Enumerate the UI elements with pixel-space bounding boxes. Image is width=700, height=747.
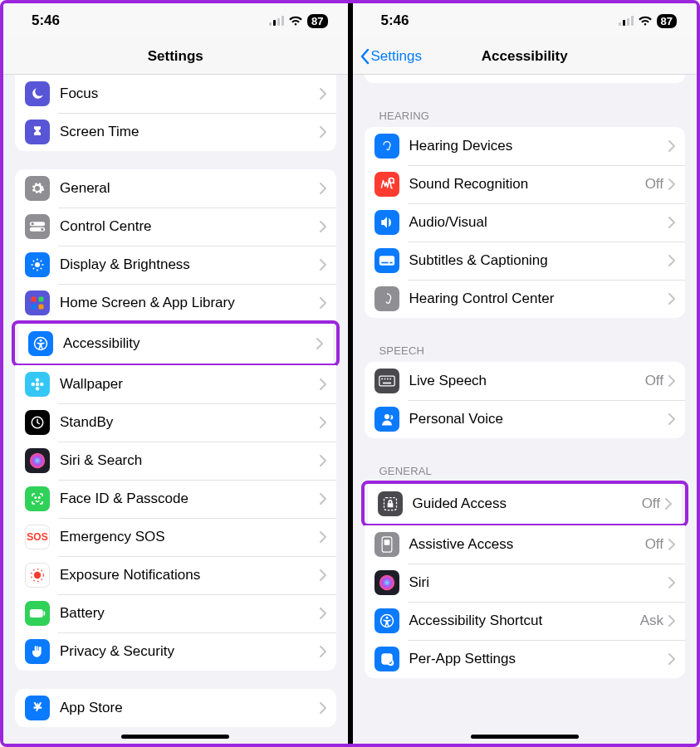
wifi-icon [638,16,653,26]
row-label: Battery [60,605,320,622]
settings-row-hearing-control-center[interactable]: Hearing Control Center [365,280,686,318]
row-label: Wallpaper [60,376,320,393]
svg-rect-0 [269,22,272,26]
row-label: Display & Brightness [60,256,320,273]
hand-icon [25,639,50,664]
settings-row-per-app-settings[interactable]: Per-App Settings [365,640,686,678]
svg-line-14 [41,268,42,270]
svg-rect-42 [379,256,394,266]
settings-row-home-screen-app-library[interactable]: Home Screen & App Library [15,284,336,322]
settings-row-exposure-notifications[interactable]: Exposure Notifications [15,556,336,594]
settings-row-focus[interactable]: Focus [15,75,336,113]
row-detail: Off [642,496,660,512]
settings-row-assistive-access[interactable]: Assistive AccessOff [365,525,686,564]
chevron-right-icon [316,338,323,349]
settings-row-general[interactable]: General [15,169,336,208]
settings-row-emergency-sos[interactable]: SOSEmergency SOS [15,518,336,556]
group-general-rest: Assistive AccessOffSiriAccessibility Sho… [365,525,686,678]
svg-point-26 [32,383,36,387]
svg-line-13 [33,261,35,262]
chevron-right-icon [320,126,326,138]
settings-group-focus: FocusScreen Time [15,75,336,151]
row-detail: Ask [640,613,663,629]
svg-point-31 [39,497,41,499]
partial-row-peek [365,75,686,83]
settings-row-wallpaper[interactable]: Wallpaper [15,365,336,403]
row-label: Exposure Notifications [60,567,320,583]
svg-line-41 [393,183,394,184]
chevron-right-icon [668,255,675,266]
row-label: Per-App Settings [409,651,669,667]
settings-row-live-speech[interactable]: Live SpeechOff [365,362,686,400]
row-detail: Off [645,536,663,553]
row-label: Sound Recognition [409,176,645,193]
settings-group-appstore: App Store [15,689,336,727]
siri-icon [25,448,50,473]
chevron-right-icon [668,375,675,387]
settings-row-display-brightness[interactable]: Display & Brightness [15,246,336,284]
row-label: Control Centre [60,218,320,235]
chevron-right-icon [320,183,326,194]
battery-indicator: 87 [657,14,677,28]
battery-icon [25,601,50,626]
svg-rect-48 [387,378,389,380]
settings-row-battery[interactable]: Battery [15,594,336,632]
row-label: Personal Voice [409,411,669,427]
cc-icon [374,248,399,273]
settings-row-app-store[interactable]: App Store [15,689,336,727]
settings-row-siri[interactable]: Siri [365,564,686,602]
settings-row-hearing-devices[interactable]: Hearing Devices [365,127,686,165]
svg-rect-20 [39,305,44,310]
settings-row-personal-voice[interactable]: Personal Voice [365,400,686,438]
settings-row-accessibility[interactable]: Accessibility [18,324,333,364]
section-header-general: General [353,456,698,482]
status-time: 5:46 [32,12,60,29]
settings-row-accessibility-shortcut[interactable]: Accessibility ShortcutAsk [365,602,686,640]
row-label: Subtitles & Captioning [409,252,669,269]
chevron-right-icon [665,498,672,510]
chevron-right-icon [320,455,326,466]
status-bar: 5:46 87 [353,3,698,38]
settings-row-siri-search[interactable]: Siri & Search [15,442,336,480]
svg-rect-39 [631,16,634,26]
back-button[interactable]: Settings [360,48,422,65]
settings-row-guided-access[interactable]: Guided AccessOff [368,484,683,524]
svg-rect-17 [32,297,37,302]
chevron-right-icon [668,140,675,152]
flower-icon [25,372,50,397]
chevron-right-icon [668,178,675,190]
settings-row-subtitles-captioning[interactable]: Subtitles & Captioning [365,242,686,280]
settings-row-standby[interactable]: StandBy [15,403,336,442]
svg-point-30 [35,497,37,499]
chevron-right-icon [320,259,326,271]
svg-rect-19 [32,305,37,310]
keyboard-icon [374,369,399,393]
chevron-right-icon [668,293,675,305]
chevron-right-icon [320,493,326,505]
row-label: App Store [60,700,320,716]
toggles-icon [25,214,50,239]
appstore-icon [25,696,50,720]
row-label: Siri & Search [60,452,320,469]
group-speech: Live SpeechOffPersonal Voice [365,362,686,438]
chevron-right-icon [320,221,326,232]
svg-point-29 [30,453,45,468]
settings-row-audio-visual[interactable]: Audio/Visual [365,203,686,242]
guided-icon [378,491,403,516]
perapp-icon [374,647,399,671]
settings-row-face-id-passcode[interactable]: Face ID & Passcode [15,480,336,518]
svg-rect-46 [381,378,383,380]
row-label: Assistive Access [409,536,645,553]
chevron-right-icon [320,646,326,657]
cellular-icon [269,16,284,26]
svg-rect-3 [281,16,284,26]
settings-row-sound-recognition[interactable]: Sound RecognitionOff [365,165,686,203]
settings-row-control-centre[interactable]: Control Centre [15,208,336,246]
settings-row-screen-time[interactable]: Screen Time [15,113,336,151]
chevron-right-icon [668,539,675,550]
settings-row-privacy-security[interactable]: Privacy & Security [15,632,336,671]
siri-icon [374,570,399,595]
chevron-right-icon [668,217,675,228]
chevron-right-icon [668,413,675,425]
section-header-hearing: Hearing [353,101,698,127]
